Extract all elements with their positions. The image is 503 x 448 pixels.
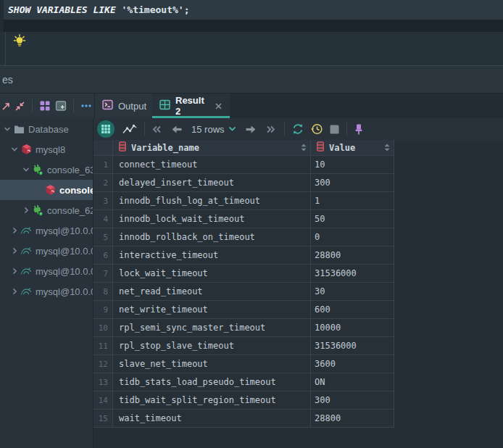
tab-output[interactable]: Output bbox=[95, 94, 152, 118]
chevron-right-icon[interactable] bbox=[9, 267, 20, 275]
cell-variable-name[interactable]: slave_net_timeout bbox=[113, 355, 311, 373]
previous-page-icon[interactable] bbox=[171, 125, 183, 134]
table-row: 1 connect_timeout 10 bbox=[93, 156, 394, 174]
cell-value[interactable]: 10 bbox=[311, 156, 394, 174]
chart-view-icon[interactable] bbox=[122, 123, 138, 136]
chevron-down-icon[interactable] bbox=[20, 165, 31, 174]
editor-active-line[interactable]: SHOW VARIABLES LIKE '%timeout%'; bbox=[4, 0, 503, 20]
row-number[interactable]: 10 bbox=[93, 319, 113, 337]
row-number[interactable]: 3 bbox=[93, 192, 113, 210]
pin-tab-icon[interactable] bbox=[354, 123, 364, 136]
row-number[interactable]: 8 bbox=[93, 283, 113, 301]
mysql-dolphin-icon bbox=[20, 286, 32, 296]
history-icon[interactable] bbox=[310, 123, 323, 136]
sort-icon[interactable] bbox=[384, 141, 390, 154]
cell-variable-name[interactable]: tidb_stats_load_pseudo_timeout bbox=[113, 373, 311, 391]
tree-item-console-63[interactable]: console_63 bbox=[0, 159, 93, 180]
tree-item-mysql-remote[interactable]: mysql@10.0.0.0 bbox=[0, 220, 93, 241]
row-number[interactable]: 9 bbox=[93, 301, 113, 319]
tab-result-2[interactable]: Result 2 bbox=[152, 94, 230, 118]
column-header-value[interactable]: Value bbox=[311, 140, 394, 156]
cell-variable-name[interactable]: lock_wait_timeout bbox=[113, 265, 311, 283]
cell-value[interactable]: 50 bbox=[311, 210, 394, 228]
close-tab-icon[interactable] bbox=[215, 102, 223, 110]
row-number[interactable]: 2 bbox=[93, 174, 113, 192]
cell-variable-name[interactable]: innodb_rollback_on_timeout bbox=[113, 228, 311, 246]
chevron-right-icon[interactable] bbox=[9, 226, 20, 235]
chevron-right-icon[interactable] bbox=[9, 246, 20, 255]
row-number[interactable]: 15 bbox=[93, 410, 113, 428]
cell-variable-name[interactable]: delayed_insert_timeout bbox=[113, 174, 311, 192]
next-page-icon[interactable] bbox=[245, 125, 257, 134]
cell-variable-name[interactable]: interactive_timeout bbox=[113, 246, 311, 265]
chevron-right-icon[interactable] bbox=[20, 206, 31, 215]
tree-item-console-62[interactable]: console_62 bbox=[0, 200, 93, 220]
chevron-right-icon[interactable] bbox=[9, 287, 20, 296]
stop-icon[interactable] bbox=[330, 125, 339, 134]
cell-variable-name[interactable]: wait_timeout bbox=[113, 410, 311, 428]
cell-value[interactable]: 28800 bbox=[311, 246, 394, 265]
cell-value[interactable]: 300 bbox=[311, 174, 394, 192]
cell-value[interactable]: 1 bbox=[311, 192, 394, 210]
grid-view-button[interactable] bbox=[96, 120, 115, 138]
row-number[interactable]: 6 bbox=[93, 246, 113, 265]
editor-empty-line[interactable] bbox=[4, 20, 503, 32]
cell-value[interactable]: 28800 bbox=[311, 410, 394, 428]
sql-statement[interactable]: SHOW VARIABLES LIKE '%timeout%'; bbox=[4, 4, 189, 15]
intention-bulb-icon[interactable] bbox=[13, 34, 26, 52]
expand-icon[interactable] bbox=[0, 98, 12, 114]
group-tabs-icon[interactable] bbox=[37, 98, 53, 114]
cell-variable-name[interactable]: net_write_timeout bbox=[113, 301, 311, 319]
grid-corner-cell[interactable] bbox=[93, 140, 113, 156]
cell-value[interactable]: 10000 bbox=[311, 319, 394, 337]
chevron-down-icon[interactable] bbox=[1, 125, 12, 133]
cell-variable-name[interactable]: rpl_stop_slave_timeout bbox=[113, 337, 311, 355]
tree-item-database[interactable]: Database bbox=[0, 119, 93, 139]
row-number[interactable]: 1 bbox=[93, 156, 113, 174]
more-options-icon[interactable] bbox=[78, 98, 94, 114]
sort-icon[interactable] bbox=[301, 141, 307, 154]
tree-item-mysql-remote[interactable]: mysql@10.0.0.0 bbox=[0, 281, 93, 302]
chevron-down-icon[interactable] bbox=[9, 145, 20, 154]
cell-variable-name[interactable]: tidb_wait_split_region_timeout bbox=[113, 391, 311, 410]
column-header-variable-name[interactable]: Variable_name bbox=[113, 140, 311, 156]
row-number[interactable]: 7 bbox=[93, 265, 113, 283]
add-console-icon[interactable] bbox=[53, 98, 69, 114]
sql-editor[interactable]: SHOW VARIABLES LIKE '%timeout%'; bbox=[0, 0, 503, 65]
tree-item-mysql8[interactable]: mysql8 bbox=[0, 139, 93, 159]
tree-item-mysql-remote[interactable]: mysql@10.0.0.0 bbox=[0, 241, 93, 261]
result-grid-toolbar: 15 rows bbox=[93, 118, 503, 140]
row-number[interactable]: 11 bbox=[93, 337, 113, 355]
cell-variable-name[interactable]: net_read_timeout bbox=[113, 283, 311, 301]
tree-item-mysql-remote[interactable]: mysql@10.0.0.0 bbox=[0, 261, 93, 281]
toolbar-separator bbox=[284, 123, 285, 136]
row-number[interactable]: 13 bbox=[93, 373, 113, 391]
cell-value[interactable]: 3600 bbox=[311, 355, 394, 373]
page-size-chevron-icon[interactable] bbox=[228, 126, 236, 132]
first-page-icon[interactable] bbox=[151, 125, 162, 134]
collapse-icon[interactable] bbox=[12, 98, 28, 114]
cell-value[interactable]: 300 bbox=[311, 391, 394, 410]
tool-window-title-fragment: es bbox=[0, 74, 13, 86]
tree-item-label: Database bbox=[28, 124, 69, 135]
cell-value[interactable]: 30 bbox=[311, 283, 394, 301]
mysql-console-icon bbox=[44, 184, 56, 196]
reload-icon[interactable] bbox=[291, 123, 304, 136]
cell-variable-name[interactable]: rpl_semi_sync_master_timeout bbox=[113, 319, 311, 337]
row-number[interactable]: 14 bbox=[93, 391, 113, 410]
cell-variable-name[interactable]: innodb_flush_log_at_timeout bbox=[113, 192, 311, 210]
last-page-icon[interactable] bbox=[266, 125, 276, 134]
row-number[interactable]: 5 bbox=[93, 228, 113, 246]
cell-value[interactable]: 600 bbox=[311, 301, 394, 319]
tree-item-console-selected[interactable]: console_ bbox=[0, 180, 93, 200]
cell-value[interactable]: 0 bbox=[311, 228, 394, 246]
row-number[interactable]: 4 bbox=[93, 210, 113, 228]
cell-variable-name[interactable]: connect_timeout bbox=[113, 156, 311, 174]
cell-variable-name[interactable]: innodb_lock_wait_timeout bbox=[113, 210, 311, 228]
cell-value[interactable]: 31536000 bbox=[311, 337, 394, 355]
console-plug-icon bbox=[32, 164, 43, 175]
cell-value[interactable]: ON bbox=[311, 373, 394, 391]
cell-value[interactable]: 31536000 bbox=[311, 265, 394, 283]
row-number[interactable]: 12 bbox=[93, 355, 113, 373]
page-size-label[interactable]: 15 rows bbox=[191, 124, 225, 135]
